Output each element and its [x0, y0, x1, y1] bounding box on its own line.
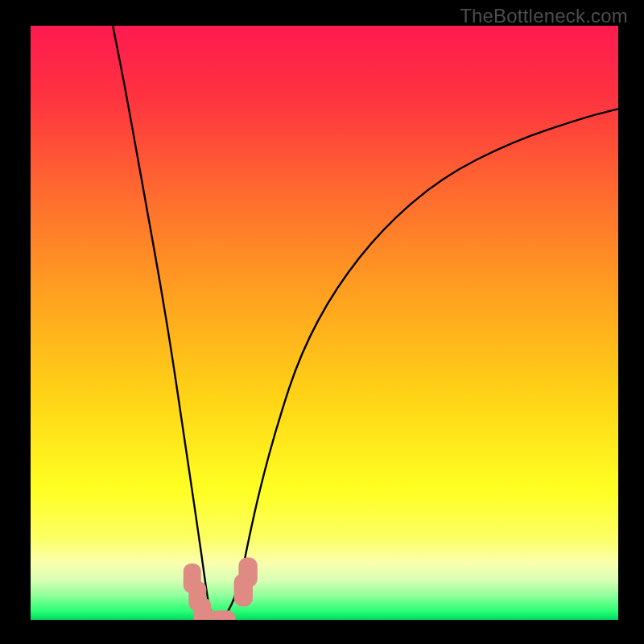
chart-svg — [31, 26, 618, 620]
plot-area — [31, 26, 618, 620]
marker — [211, 610, 236, 620]
chart-frame: TheBottleneck.com — [0, 0, 644, 644]
gradient-background — [31, 26, 618, 620]
watermark-text: TheBottleneck.com — [460, 5, 628, 27]
marker — [238, 558, 257, 588]
